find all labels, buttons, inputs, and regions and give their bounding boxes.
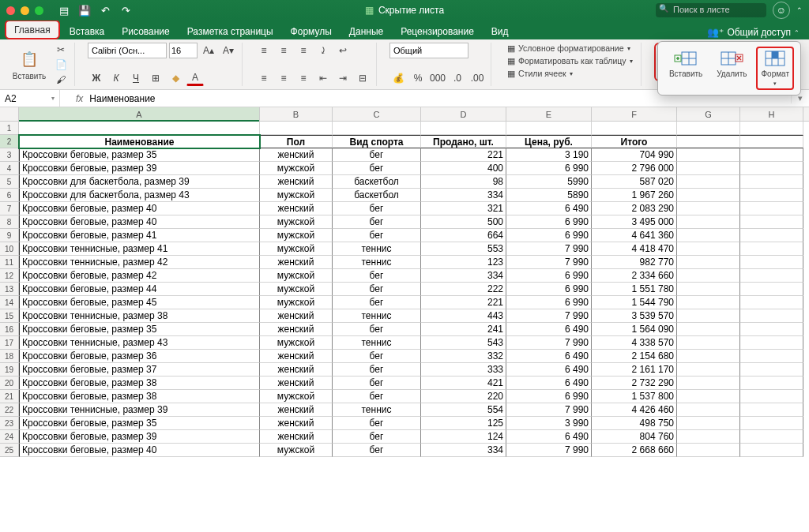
cell[interactable] — [506, 122, 592, 135]
align-left-icon[interactable]: ≡ — [255, 70, 273, 86]
column-header-H[interactable]: H — [740, 107, 803, 121]
cell[interactable]: 98 — [421, 175, 506, 189]
cell[interactable]: 220 — [421, 390, 506, 403]
cell[interactable]: Кроссовки беговые, размер 44 — [19, 283, 260, 296]
cell[interactable] — [740, 269, 803, 283]
share-button[interactable]: 👥⁺ Общий доступ ⌃ — [702, 27, 804, 39]
cell[interactable] — [677, 336, 740, 350]
cell[interactable] — [740, 148, 803, 162]
cell[interactable]: 3 495 000 — [592, 215, 677, 229]
row-header[interactable]: 7 — [0, 202, 19, 215]
cell[interactable] — [740, 363, 803, 377]
row-header[interactable]: 5 — [0, 175, 19, 189]
row-header[interactable]: 14 — [0, 296, 19, 309]
cell[interactable]: теннис — [333, 309, 421, 323]
cell[interactable]: женский — [260, 202, 333, 215]
cell[interactable]: женский — [260, 430, 333, 444]
cell[interactable]: Кроссовки беговые, размер 41 — [19, 229, 260, 242]
cell[interactable]: 664 — [421, 229, 506, 242]
decrease-decimal-icon[interactable]: .00 — [468, 70, 486, 86]
cell[interactable]: мужской — [260, 283, 333, 296]
cell[interactable]: 7 990 — [506, 309, 592, 323]
cell[interactable] — [677, 215, 740, 229]
cell[interactable] — [260, 122, 333, 135]
cell[interactable]: Кроссовки беговые, размер 38 — [19, 390, 260, 403]
cell[interactable]: Кроссовки беговые, размер 38 — [19, 377, 260, 390]
column-header-D[interactable]: D — [421, 107, 506, 121]
cell[interactable]: женский — [260, 363, 333, 377]
cell[interactable]: Пол — [260, 135, 333, 148]
cell[interactable]: Кроссовки беговые, размер 39 — [19, 162, 260, 175]
cell[interactable] — [677, 417, 740, 430]
cell[interactable]: 543 — [421, 336, 506, 350]
cell[interactable]: 2 161 170 — [592, 363, 677, 377]
cell[interactable]: 7 990 — [506, 242, 592, 256]
comma-icon[interactable]: 000 — [429, 70, 446, 86]
save-icon[interactable]: ▤ — [58, 4, 70, 17]
cell[interactable]: 334 — [421, 189, 506, 202]
cell[interactable] — [740, 390, 803, 403]
row-header[interactable]: 21 — [0, 390, 19, 403]
cell[interactable] — [677, 148, 740, 162]
cell[interactable]: 7 990 — [506, 444, 592, 457]
cell[interactable] — [677, 444, 740, 457]
cell[interactable] — [677, 403, 740, 417]
font-color-icon[interactable]: A — [186, 70, 204, 86]
cell[interactable]: 587 020 — [592, 175, 677, 189]
cell[interactable]: бег — [333, 444, 421, 457]
row-header[interactable]: 23 — [0, 417, 19, 430]
cell[interactable]: теннис — [333, 242, 421, 256]
cell[interactable]: мужской — [260, 296, 333, 309]
cell[interactable] — [740, 309, 803, 323]
cell[interactable] — [740, 202, 803, 215]
cell[interactable] — [677, 175, 740, 189]
cell[interactable] — [677, 390, 740, 403]
cell[interactable]: 7 990 — [506, 256, 592, 269]
cell[interactable]: 6 990 — [506, 162, 592, 175]
percent-icon[interactable]: % — [409, 70, 427, 86]
cell[interactable]: 4 338 570 — [592, 336, 677, 350]
cell[interactable] — [421, 122, 506, 135]
tab-formulas[interactable]: Формулы — [283, 23, 340, 39]
cell[interactable]: 2 732 290 — [592, 377, 677, 390]
row-header[interactable]: 25 — [0, 444, 19, 457]
name-box[interactable]: A2 ▾ — [0, 90, 60, 107]
row-header[interactable]: 10 — [0, 242, 19, 256]
cell[interactable]: Кроссовки теннисные, размер 42 — [19, 256, 260, 269]
cell-styles-button[interactable]: ▦Стили ячеек▾ — [504, 68, 636, 79]
cell[interactable]: бег — [333, 363, 421, 377]
cell[interactable]: Кроссовки для баскетбола, размер 43 — [19, 189, 260, 202]
row-header[interactable]: 15 — [0, 309, 19, 323]
cell[interactable]: 421 — [421, 377, 506, 390]
row-header[interactable]: 6 — [0, 189, 19, 202]
copy-icon[interactable]: 📄 — [52, 58, 70, 71]
cell[interactable]: Кроссовки беговые, размер 40 — [19, 215, 260, 229]
cell[interactable]: 2 334 660 — [592, 269, 677, 283]
cell[interactable]: женский — [260, 175, 333, 189]
cut-icon[interactable]: ✂ — [52, 43, 70, 56]
cell[interactable]: 1 967 260 — [592, 189, 677, 202]
cell[interactable]: женский — [260, 350, 333, 363]
cell[interactable]: 554 — [421, 403, 506, 417]
cell[interactable]: 6 490 — [506, 430, 592, 444]
cell[interactable]: 2 668 660 — [592, 444, 677, 457]
column-header-A[interactable]: A — [19, 107, 260, 121]
cell[interactable]: Кроссовки беговые, размер 39 — [19, 430, 260, 444]
border-icon[interactable]: ⊞ — [147, 70, 164, 86]
tab-view[interactable]: Вид — [484, 23, 517, 39]
tab-page-layout[interactable]: Разметка страницы — [179, 23, 281, 39]
cell[interactable] — [677, 202, 740, 215]
conditional-formatting-button[interactable]: ▦Условное форматирование▾ — [504, 43, 636, 54]
cell[interactable]: теннис — [333, 403, 421, 417]
row-header[interactable]: 13 — [0, 283, 19, 296]
increase-decimal-icon[interactable]: .0 — [449, 70, 466, 86]
maximize-icon[interactable] — [35, 6, 43, 15]
cell[interactable]: Кроссовки беговые, размер 42 — [19, 269, 260, 283]
cell[interactable]: 1 564 090 — [592, 323, 677, 336]
fx-icon[interactable]: fx — [76, 93, 83, 104]
wrap-text-icon[interactable]: ↩ — [334, 43, 352, 58]
cell[interactable]: 332 — [421, 350, 506, 363]
row-header[interactable]: 20 — [0, 377, 19, 390]
cell[interactable]: 124 — [421, 430, 506, 444]
cell[interactable] — [740, 350, 803, 363]
